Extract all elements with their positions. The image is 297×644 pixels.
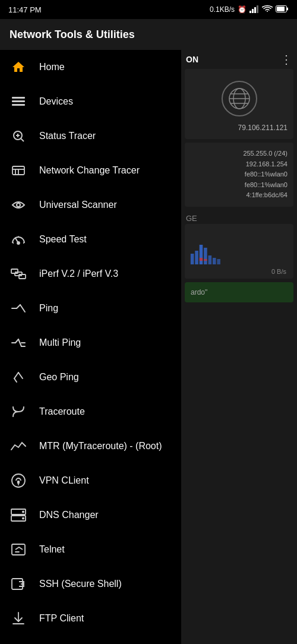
network-detail-subnet: 255.255.0 (/24) bbox=[191, 149, 287, 159]
status-icons: 0.1KB/s ⏰ bbox=[210, 5, 289, 15]
svg-line-11 bbox=[21, 139, 24, 142]
drawer-item-traceroute[interactable]: Traceroute bbox=[0, 394, 181, 429]
svg-rect-5 bbox=[277, 7, 285, 11]
network-detail-ipv6-3: 4:1ffe:b6dc/64 bbox=[191, 190, 287, 201]
universal-scanner-icon bbox=[10, 196, 27, 214]
ftp-client-icon bbox=[10, 610, 27, 627]
content-panel: ON ⋮ 79.106.211.121 255.255.0 ( bbox=[181, 50, 297, 644]
svg-rect-61 bbox=[204, 248, 207, 264]
drawer-label-geo-ping: Geo Ping bbox=[39, 372, 79, 383]
navigation-drawer: Home Devices St bbox=[0, 50, 181, 644]
status-time: 11:47 PM bbox=[8, 5, 42, 14]
network-detail-ipv6-2: fe80::1%wlan0 bbox=[191, 180, 287, 191]
drawer-item-speed-test[interactable]: Speed Test bbox=[0, 222, 181, 257]
geo-ping-icon bbox=[10, 368, 27, 386]
vpn-client-icon bbox=[10, 472, 27, 490]
green-card-text: ardo" bbox=[191, 288, 287, 296]
bandwidth-chart bbox=[187, 230, 291, 266]
drawer-item-multi-ping[interactable]: Multi Ping bbox=[0, 326, 181, 360]
drawer-label-speed-test: Speed Test bbox=[39, 234, 87, 245]
drawer-label-traceroute: Traceroute bbox=[39, 406, 85, 417]
drawer-label-universal-scanner: Universal Scanner bbox=[39, 200, 117, 210]
drawer-label-mtr: MTR (MyTraceroute) - (Root) bbox=[39, 441, 162, 452]
ssh-icon bbox=[10, 575, 27, 593]
drawer-item-mtr[interactable]: MTR (MyTraceroute) - (Root) bbox=[0, 429, 181, 463]
svg-rect-9 bbox=[12, 104, 25, 106]
svg-line-39 bbox=[18, 372, 23, 378]
svg-rect-48 bbox=[12, 544, 25, 555]
status-bar: 11:47 PM 0.1KB/s ⏰ bbox=[0, 0, 297, 19]
svg-rect-7 bbox=[12, 97, 25, 99]
drawer-item-universal-scanner[interactable]: Universal Scanner bbox=[0, 188, 181, 222]
section-ge-label: GE bbox=[181, 210, 297, 224]
drawer-label-multi-ping: Multi Ping bbox=[39, 337, 81, 348]
drawer-item-dns-changer[interactable]: DNS Changer bbox=[0, 498, 181, 532]
drawer-item-geo-ping[interactable]: Geo Ping bbox=[0, 360, 181, 394]
drawer-item-vpn-client[interactable]: VPN CLient bbox=[0, 463, 181, 498]
ip-address: 79.106.211.121 bbox=[191, 124, 287, 132]
bandwidth-label: 0 B/s bbox=[187, 268, 291, 277]
svg-rect-59 bbox=[195, 251, 198, 264]
main-layout: Home Devices St bbox=[0, 50, 297, 644]
svg-line-38 bbox=[14, 372, 18, 378]
traceroute-icon bbox=[10, 403, 27, 421]
network-change-tracer-icon bbox=[10, 162, 27, 179]
status-tracer-icon bbox=[10, 127, 27, 145]
svg-rect-0 bbox=[249, 11, 251, 13]
drawer-item-telnet[interactable]: Telnet bbox=[0, 532, 181, 567]
menu-dots-button[interactable]: ⋮ bbox=[280, 52, 292, 67]
drawer-label-vpn-client: VPN CLient bbox=[39, 475, 89, 486]
svg-line-31 bbox=[17, 305, 20, 308]
svg-rect-65 bbox=[200, 258, 203, 261]
top-right-bar: ON ⋮ bbox=[181, 50, 297, 69]
drawer-item-ssh[interactable]: SSH (Secure Shell) bbox=[0, 567, 181, 601]
svg-rect-58 bbox=[191, 254, 194, 264]
drawer-item-devices[interactable]: Devices bbox=[0, 84, 181, 119]
app-title: Network Tools & Utilities bbox=[10, 29, 135, 41]
svg-rect-60 bbox=[200, 245, 203, 264]
svg-point-18 bbox=[17, 203, 20, 207]
dns-changer-icon bbox=[10, 506, 27, 524]
speed-test-icon bbox=[10, 231, 27, 248]
ping-icon bbox=[10, 299, 27, 317]
svg-rect-63 bbox=[213, 258, 216, 264]
drawer-label-devices: Devices bbox=[39, 96, 73, 107]
drawer-item-home[interactable]: Home bbox=[0, 50, 181, 84]
svg-rect-1 bbox=[252, 9, 254, 13]
speed-indicator: 0.1KB/s bbox=[210, 5, 235, 14]
svg-line-34 bbox=[15, 339, 18, 343]
iperf-icon bbox=[10, 265, 27, 283]
network-details-section: 255.255.0 (/24) 192.168.1.254 fe80::1%wl… bbox=[185, 143, 293, 207]
svg-rect-42 bbox=[17, 481, 20, 484]
on-badge: ON bbox=[186, 55, 198, 64]
drawer-item-ping[interactable]: Ping bbox=[0, 291, 181, 326]
svg-rect-2 bbox=[254, 7, 256, 13]
drawer-label-ping: Ping bbox=[39, 303, 58, 314]
globe-icon bbox=[222, 81, 257, 116]
battery-icon bbox=[276, 5, 289, 14]
wifi-icon bbox=[262, 5, 273, 15]
svg-rect-3 bbox=[257, 5, 258, 13]
svg-point-46 bbox=[22, 511, 24, 513]
mtr-icon bbox=[10, 437, 27, 455]
svg-rect-66 bbox=[204, 259, 207, 261]
svg-point-20 bbox=[17, 242, 20, 244]
devices-icon bbox=[10, 93, 27, 111]
svg-rect-64 bbox=[217, 259, 220, 264]
alarm-icon: ⏰ bbox=[238, 5, 247, 14]
app-header: Network Tools & Utilities bbox=[0, 19, 297, 50]
drawer-label-dns-changer: DNS Changer bbox=[39, 510, 99, 520]
drawer-item-iperf[interactable]: iPerf V.2 / iPerf V.3 bbox=[0, 257, 181, 291]
drawer-label-iperf: iPerf V.2 / iPerf V.3 bbox=[39, 269, 118, 279]
svg-rect-25 bbox=[19, 274, 26, 279]
svg-point-47 bbox=[22, 517, 24, 520]
svg-rect-6 bbox=[287, 7, 288, 10]
drawer-label-ssh: SSH (Secure Shell) bbox=[39, 579, 122, 589]
ip-section: 79.106.211.121 bbox=[185, 69, 293, 139]
drawer-item-ftp-client[interactable]: FTP Client bbox=[0, 601, 181, 636]
signal-icon bbox=[249, 5, 259, 15]
drawer-item-network-change-tracer[interactable]: Network Change Tracer bbox=[0, 153, 181, 188]
drawer-item-status-tracer[interactable]: Status Tracer bbox=[0, 119, 181, 153]
multi-ping-icon bbox=[10, 334, 27, 352]
svg-rect-62 bbox=[208, 255, 212, 264]
